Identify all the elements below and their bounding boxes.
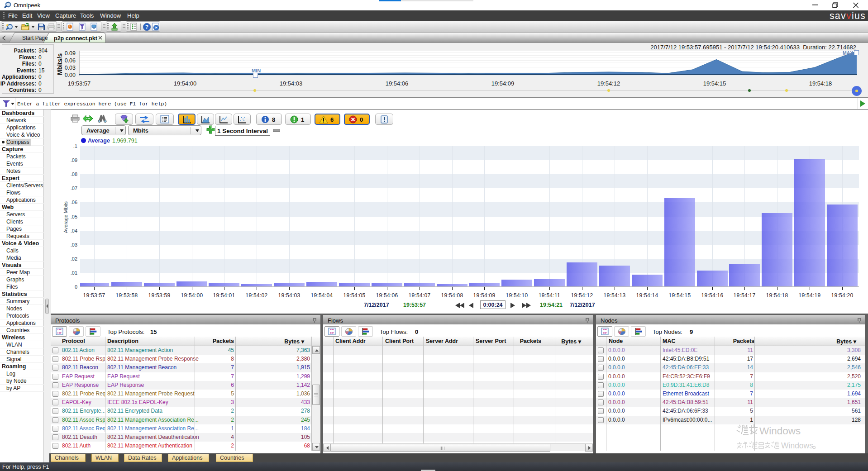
- svg-text:Windows: Windows: [759, 425, 801, 437]
- svg-text:?: ?: [145, 24, 148, 30]
- svg-text:Start Page: Start Page: [22, 35, 48, 41]
- svg-text:Windows: Windows: [781, 441, 813, 450]
- svg-text:p2p connect.pkt: p2p connect.pkt: [54, 35, 98, 42]
